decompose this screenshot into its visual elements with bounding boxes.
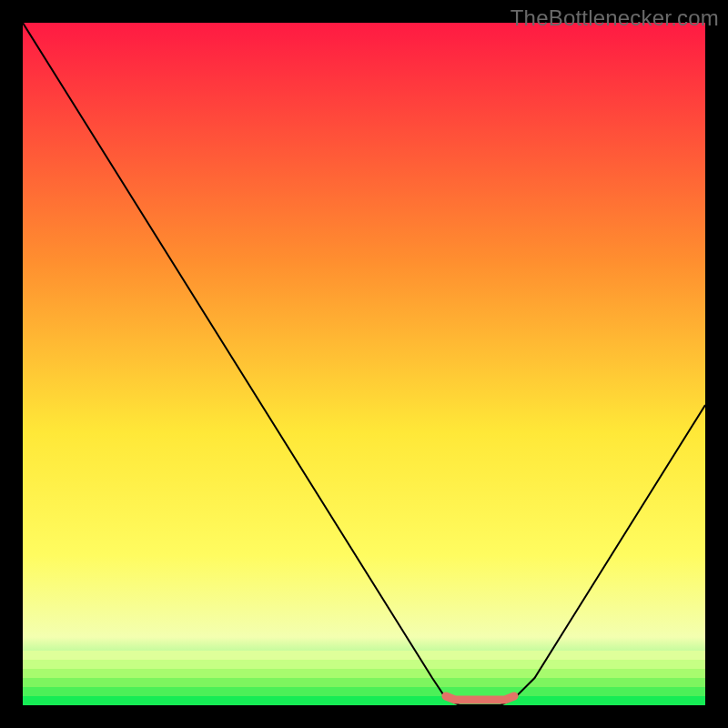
green-band: [23, 696, 705, 705]
chart-container: TheBottlenecker.com: [0, 0, 728, 728]
watermark-text: TheBottlenecker.com: [511, 5, 719, 31]
green-band: [23, 660, 705, 669]
green-band: [23, 687, 705, 696]
plot-area: [23, 23, 705, 705]
gradient-background: [23, 23, 705, 705]
green-band: [23, 678, 705, 687]
green-band: [23, 669, 705, 678]
plot-svg: [23, 23, 705, 705]
green-band-group: [23, 651, 705, 705]
green-band: [23, 651, 705, 660]
optimal-marker: [446, 696, 514, 700]
